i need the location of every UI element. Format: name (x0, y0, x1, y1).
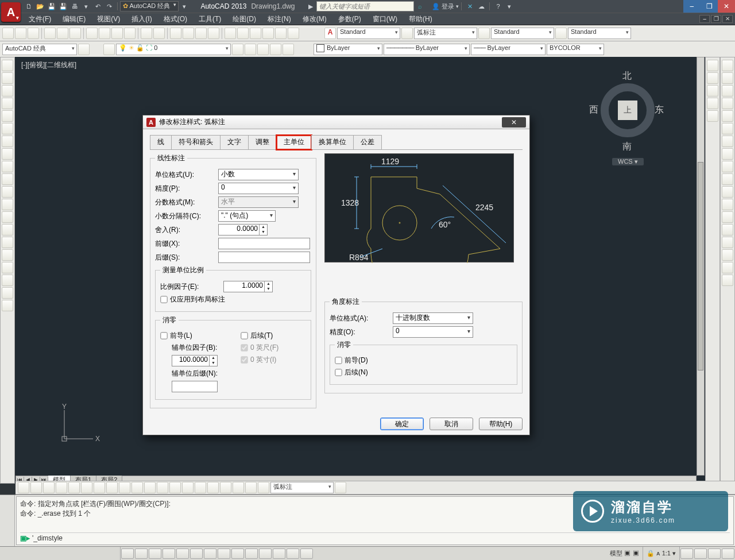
mod-explode[interactable] (722, 275, 733, 286)
help-search-input[interactable] (316, 1, 414, 11)
tb-ws-settings[interactable] (78, 44, 90, 55)
tb-mleader-icon[interactable] (555, 28, 567, 39)
text-style-combo[interactable]: Standard (337, 28, 400, 39)
toggle-otrack[interactable] (204, 549, 216, 559)
linetype-combo[interactable]: ─────── ByLayer (384, 44, 470, 55)
combo-unit-format[interactable]: 小数 (218, 169, 299, 180)
mdi-minimize[interactable]: ‒ (699, 15, 710, 23)
dialog-close-button[interactable]: ✕ (502, 117, 526, 128)
mleader-style-combo[interactable]: Standard (568, 28, 631, 39)
status-more1[interactable] (680, 549, 693, 559)
qat-more-icon[interactable]: ▾ (179, 1, 189, 11)
tool-revcloud[interactable] (2, 148, 13, 160)
combo-decsep[interactable]: "." (句点) (218, 210, 276, 222)
menu-draw[interactable]: 绘图(D) (227, 14, 262, 24)
signin-icon[interactable]: 👤 (431, 1, 441, 11)
input-suffix[interactable] (218, 252, 310, 263)
dim-stylemgr[interactable] (335, 482, 346, 493)
tb-redo[interactable] (153, 28, 165, 39)
table-style-combo[interactable]: Standard (491, 28, 554, 39)
input-prefix[interactable] (218, 238, 310, 249)
check-ang-leading[interactable] (335, 357, 342, 364)
toggle-osnap[interactable] (176, 549, 189, 559)
window-restore[interactable]: ❐ (701, 0, 718, 13)
dim-quick[interactable] (119, 482, 130, 493)
mod-join[interactable] (722, 224, 733, 235)
menu-param[interactable]: 参数(P) (332, 14, 367, 24)
tb-zoomwin[interactable] (195, 28, 207, 39)
tb-new[interactable] (2, 28, 14, 39)
open-icon[interactable]: 📂 (35, 1, 45, 11)
tool-spline[interactable] (2, 161, 13, 172)
mod-trim[interactable] (722, 173, 733, 185)
dim-ang[interactable] (106, 482, 118, 493)
nav-orbit[interactable] (707, 98, 718, 109)
mod-erase[interactable] (722, 60, 733, 71)
coord-readout[interactable] (0, 547, 121, 560)
mod-break2[interactable] (722, 211, 733, 223)
tool-ellipse[interactable] (2, 173, 13, 185)
tool-xline[interactable] (2, 72, 13, 84)
toggle-grid[interactable] (135, 549, 148, 559)
cancel-button[interactable]: 取消 (430, 418, 473, 430)
viewcube-south[interactable]: 南 (622, 141, 632, 153)
lineweight-combo[interactable]: ─── ByLayer (471, 44, 546, 55)
dialog-titlebar[interactable]: A 修改标注样式: 弧标注 ✕ (143, 115, 529, 129)
window-minimize[interactable]: ‒ (683, 0, 701, 13)
mod-blend[interactable] (722, 262, 733, 273)
tb-layerfreeze[interactable] (245, 44, 256, 55)
dim-cont[interactable] (144, 482, 156, 493)
status-more2[interactable] (694, 549, 707, 559)
mod-scale[interactable] (722, 148, 733, 160)
layer-combo[interactable]: 💡 ☀ 🔓 ⛶ 0 (116, 44, 231, 55)
plotstyle-combo[interactable]: BYCOLOR (547, 44, 604, 55)
mod-stretch[interactable] (722, 161, 733, 172)
help-drop-icon[interactable]: ▾ (504, 1, 514, 11)
menu-help[interactable]: 帮助(H) (403, 14, 438, 24)
dim-jogline[interactable] (220, 482, 231, 493)
tb-layerlock[interactable] (270, 44, 281, 55)
dimstyle-current[interactable]: 弧标注 (270, 482, 334, 493)
command-handle[interactable] (0, 495, 15, 546)
tb-tablestyle-icon[interactable] (478, 28, 490, 39)
saveas-icon[interactable]: 💾 (58, 1, 68, 11)
dim-jog[interactable] (81, 482, 92, 493)
stayconnected-icon[interactable]: ☁ (476, 1, 486, 11)
tb-pan[interactable] (170, 28, 181, 39)
tb-paste[interactable] (111, 28, 123, 39)
dim-center[interactable] (195, 482, 206, 493)
command-input[interactable]: ▣▸'_dimstyle (20, 532, 730, 542)
tb-open[interactable] (15, 28, 26, 39)
tb-save[interactable] (28, 28, 39, 39)
dim-radius[interactable] (68, 482, 80, 493)
mdi-close[interactable]: ✕ (722, 15, 733, 23)
tb-zoom[interactable] (183, 28, 194, 39)
mod-fillet[interactable] (722, 249, 733, 261)
tb-preview[interactable] (57, 28, 68, 39)
menu-modify[interactable]: 修改(M) (297, 14, 332, 24)
combo-precision[interactable]: 0 (218, 183, 299, 194)
nav-pan[interactable] (707, 72, 718, 84)
mod-chamfer[interactable] (722, 237, 733, 248)
window-close[interactable]: ✕ (718, 0, 735, 13)
mod-move[interactable] (722, 123, 733, 134)
tb-props[interactable] (225, 28, 236, 39)
tb-qcalc[interactable] (288, 28, 299, 39)
tool-arc[interactable] (2, 123, 13, 134)
workspace-combo2[interactable]: AutoCAD 经典 (2, 44, 77, 55)
toggle-ducs[interactable] (218, 549, 230, 559)
help-button[interactable]: 帮助(H) (479, 418, 523, 430)
dim-update[interactable] (258, 482, 269, 493)
tab-text[interactable]: 文字 (220, 135, 249, 149)
mod-array[interactable] (722, 110, 733, 122)
nav-showmotion[interactable] (707, 110, 718, 122)
tool-pline[interactable] (2, 85, 13, 96)
toggle-dyn[interactable] (231, 549, 244, 559)
dim-base[interactable] (131, 482, 143, 493)
viewcube-west[interactable]: 西 (589, 104, 598, 116)
spin-scale-factor[interactable]: 1.0000▲▼ (223, 281, 273, 292)
dim-ord[interactable] (56, 482, 67, 493)
dim-aligned[interactable] (30, 482, 42, 493)
menu-tools[interactable]: 工具(T) (193, 14, 227, 24)
plot-preview-icon[interactable]: ▾ (81, 1, 91, 11)
